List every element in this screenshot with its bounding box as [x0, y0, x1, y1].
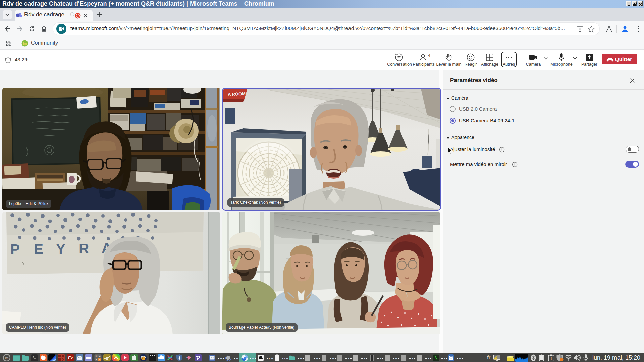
svg-text:$_: $_: [33, 356, 36, 359]
svg-text:−: −: [99, 355, 100, 358]
svg-text:lm: lm: [23, 42, 27, 45]
svg-text:×: ×: [95, 358, 97, 361]
svg-text:+: +: [95, 355, 97, 358]
svg-text:=: =: [99, 358, 100, 361]
svg-text:P: P: [10, 241, 20, 257]
svg-text:Fz: Fz: [68, 355, 73, 360]
svg-text:lm: lm: [5, 356, 9, 360]
svg-text:E: E: [34, 241, 43, 257]
svg-text:A ROOM: A ROOM: [228, 91, 246, 97]
svg-text:T: T: [17, 14, 19, 17]
svg-text:Y: Y: [56, 241, 65, 257]
svg-text:R: R: [79, 241, 89, 256]
svg-text:!: !: [551, 356, 552, 360]
